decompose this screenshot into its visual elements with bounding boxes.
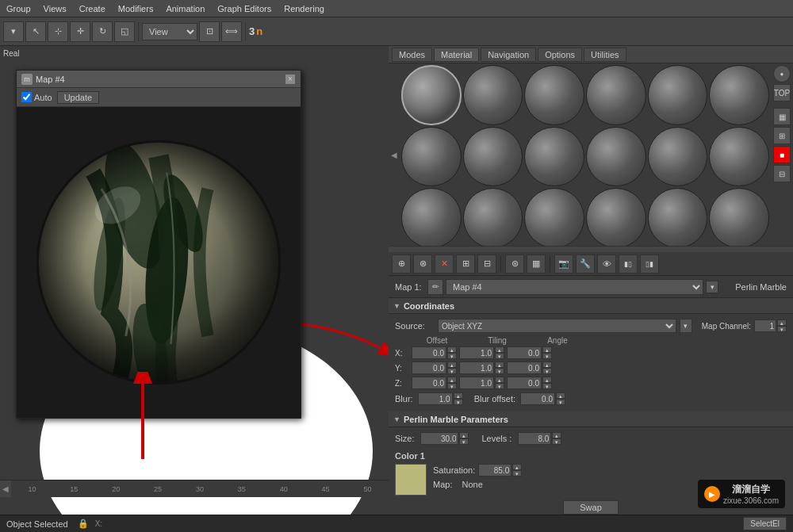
x-tiling-up[interactable]: ▴	[495, 346, 504, 353]
mat-sphere-12[interactable]	[709, 127, 769, 187]
size-input[interactable]	[420, 432, 458, 445]
mat-tool-paste[interactable]: ⊟	[477, 255, 496, 274]
map-name-dropdown[interactable]: Map #4	[446, 279, 703, 295]
menu-rendering[interactable]: Rendering	[278, 2, 331, 15]
mat-tool-copy[interactable]: ⊞	[456, 255, 475, 274]
blur-input[interactable]	[418, 392, 453, 405]
color1-swatch[interactable]	[395, 464, 427, 496]
tab-utilities[interactable]: Utilities	[584, 48, 626, 62]
x-angle-input[interactable]	[507, 346, 542, 359]
z-tiling-input[interactable]	[459, 377, 494, 389]
map-channel-down[interactable]: ▾	[777, 326, 787, 332]
mat-sphere-5[interactable]	[648, 65, 708, 125]
mat-sphere-14[interactable]	[463, 188, 523, 246]
toolbar-btn-rotate[interactable]: ↻	[92, 21, 113, 42]
mat-tool-assign[interactable]: ⊛	[505, 255, 524, 274]
pencil-button[interactable]: ✏	[427, 279, 443, 295]
side-btn-top[interactable]: TOP	[773, 84, 791, 101]
tab-modes[interactable]: Modes	[392, 48, 432, 62]
select-region-btn[interactable]: SelectEl	[743, 517, 787, 530]
menu-views[interactable]: Views	[37, 2, 73, 15]
z-angle-up[interactable]: ▴	[542, 377, 552, 383]
x-offset-down[interactable]: ▾	[447, 353, 457, 359]
mat-sphere-17[interactable]	[648, 188, 708, 246]
x-offset-up[interactable]: ▴	[447, 346, 457, 353]
toolbar-btn-select[interactable]: ↖	[25, 21, 46, 42]
source-dropdown[interactable]: Object XYZ	[438, 319, 676, 333]
z-angle-input[interactable]	[507, 377, 542, 389]
z-tiling-down[interactable]: ▾	[495, 383, 504, 389]
x-tiling-down[interactable]: ▾	[495, 353, 504, 359]
mat-sphere-18[interactable]	[709, 188, 769, 246]
mat-tool-param1[interactable]: ▮▯	[619, 255, 638, 274]
mat-sphere-6[interactable]	[709, 65, 769, 125]
x-angle-up[interactable]: ▴	[542, 346, 552, 353]
map-channel-input[interactable]	[754, 320, 776, 332]
menu-create[interactable]: Create	[73, 2, 112, 15]
levels-up[interactable]: ▴	[552, 432, 561, 438]
blur-offset-down[interactable]: ▾	[556, 399, 565, 405]
toolbar-btn-move[interactable]: ✛	[70, 21, 90, 42]
mat-sphere-7[interactable]	[401, 127, 462, 187]
y-angle-input[interactable]	[507, 362, 542, 374]
view-dropdown[interactable]: View	[142, 23, 197, 40]
toolbar-btn-snap[interactable]: ⊡	[199, 21, 220, 42]
blur-offset-up[interactable]: ▴	[556, 392, 565, 399]
x-angle-down[interactable]: ▾	[542, 353, 552, 359]
saturation1-input[interactable]	[478, 464, 511, 477]
mat-tool-param2[interactable]: ▯▮	[640, 255, 659, 274]
source-dropdown-btn[interactable]: ▾	[680, 319, 692, 333]
mat-tool-select[interactable]: ▦	[527, 255, 546, 274]
swap-button[interactable]: Swap	[563, 500, 619, 515]
toolbar-btn-mirror[interactable]: ⟺	[221, 21, 242, 42]
mat-sphere-9[interactable]	[524, 127, 584, 187]
mat-sphere-3[interactable]	[524, 65, 584, 125]
mat-scrollbar[interactable]	[389, 246, 793, 252]
mat-tool-render[interactable]: 🔧	[576, 255, 595, 274]
blur-offset-input[interactable]	[520, 392, 555, 405]
mat-tool-put[interactable]: ⊗	[413, 255, 432, 274]
coordinates-panel-header[interactable]: ▼ Coordinates	[389, 298, 793, 314]
mat-tool-view[interactable]: 👁	[597, 255, 616, 274]
mat-tool-camera[interactable]: 📷	[554, 255, 573, 274]
blur-down[interactable]: ▾	[454, 399, 463, 405]
sat1-up[interactable]: ▴	[512, 464, 522, 470]
mat-sphere-2[interactable]	[463, 65, 523, 125]
auto-checkbox-label[interactable]: Auto	[21, 92, 52, 102]
map-dropdown-arrow[interactable]: ▾	[706, 281, 718, 293]
z-tiling-up[interactable]: ▴	[495, 377, 504, 383]
mat-tool-delete[interactable]: ✕	[435, 255, 454, 274]
update-button[interactable]: Update	[57, 91, 99, 104]
toolbar-btn-scale[interactable]: ◱	[114, 21, 135, 42]
y-angle-down[interactable]: ▾	[542, 368, 552, 374]
auto-checkbox[interactable]	[21, 92, 32, 102]
mat-sphere-11[interactable]	[648, 127, 708, 187]
mat-sphere-1[interactable]	[401, 65, 462, 125]
map-channel-up[interactable]: ▴	[777, 320, 787, 326]
levels-down[interactable]: ▾	[552, 438, 561, 445]
z-offset-up[interactable]: ▴	[447, 377, 457, 383]
mat-scroll-left[interactable]: ◀	[389, 63, 400, 246]
y-tiling-down[interactable]: ▾	[495, 368, 504, 374]
mat-tool-get[interactable]: ⊕	[392, 255, 411, 274]
menu-modifiers[interactable]: Modifiers	[112, 2, 160, 15]
mat-sphere-4[interactable]	[586, 65, 646, 125]
mat-sphere-10[interactable]	[586, 127, 646, 187]
z-angle-down[interactable]: ▾	[542, 383, 552, 389]
menu-graph-editors[interactable]: Graph Editors	[211, 2, 278, 15]
side-btn-circle[interactable]: ●	[773, 65, 791, 82]
size-down[interactable]: ▾	[459, 438, 469, 445]
side-btn-pattern2[interactable]: ⊞	[773, 127, 791, 144]
levels-input[interactable]	[518, 432, 551, 445]
mat-sphere-8[interactable]	[463, 127, 523, 187]
sat1-down[interactable]: ▾	[512, 470, 522, 477]
menu-group[interactable]: Group	[0, 2, 37, 15]
side-btn-pattern1[interactable]: ▦	[773, 108, 791, 125]
y-tiling-input[interactable]	[459, 362, 494, 374]
y-angle-up[interactable]: ▴	[542, 362, 552, 368]
y-offset-input[interactable]	[412, 362, 446, 374]
timeline-prev[interactable]: ◀	[0, 480, 11, 497]
toolbar-btn-select2[interactable]: ⊹	[48, 21, 68, 42]
mat-sphere-16[interactable]	[586, 188, 646, 246]
perlin-panel-header[interactable]: ▼ Perlin Marble Parameters	[389, 411, 793, 427]
